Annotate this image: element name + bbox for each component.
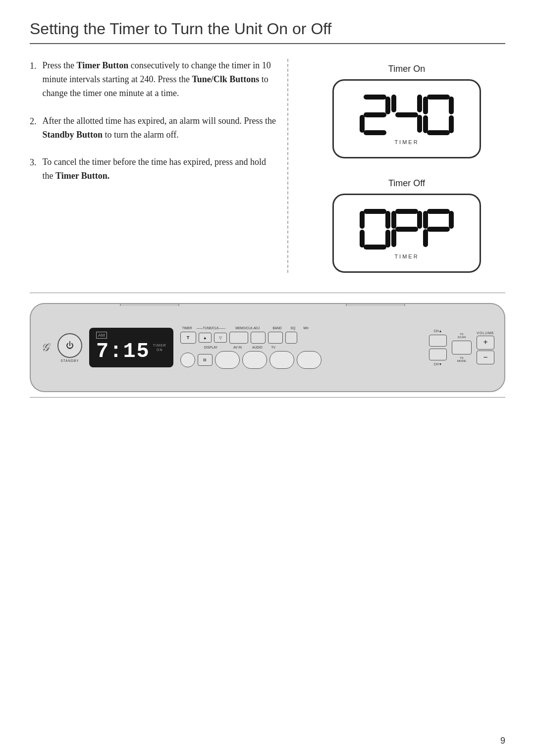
- svg-rect-27: [423, 211, 428, 229]
- device-bump-right: [346, 303, 405, 306]
- instruction-text-1: Press the Timer Button consecutively to …: [43, 59, 278, 101]
- volume-up-btn[interactable]: +: [477, 336, 494, 350]
- brand-logo-icon: 𝒢: [41, 341, 49, 353]
- letter-o-icon: [360, 207, 390, 252]
- timer-on-sub-label: TIMER: [394, 139, 419, 145]
- svg-rect-11: [449, 97, 454, 114]
- instruction-item-3: 3. To cancel the timer before the time h…: [30, 155, 277, 183]
- timer-on-label: Timer On: [388, 64, 425, 74]
- instruction-num-3: 3.: [30, 155, 37, 183]
- band-btn[interactable]: [251, 332, 266, 344]
- standby-label: STANDBY: [60, 359, 79, 362]
- svg-rect-20: [364, 245, 386, 250]
- instruction-text-3: To cancel the timer before the time has …: [43, 155, 278, 183]
- svg-rect-26: [427, 209, 450, 214]
- standby-button[interactable]: ⏻: [57, 333, 82, 358]
- mh-btn[interactable]: [285, 332, 297, 344]
- extra-btn-1[interactable]: [297, 351, 321, 369]
- eq-label: EQ: [287, 326, 299, 330]
- svg-rect-6: [395, 112, 418, 117]
- svg-rect-28: [449, 211, 454, 229]
- svg-rect-3: [360, 115, 365, 133]
- timer-btn[interactable]: T: [180, 332, 196, 344]
- ch-up-btn[interactable]: [429, 335, 447, 347]
- tune-up-btn[interactable]: ▲: [199, 333, 212, 343]
- svg-rect-10: [423, 97, 428, 114]
- instruction-num-2: 2.: [30, 114, 37, 142]
- tune-clk-label: ——TUNE/CLK——: [196, 326, 226, 330]
- ch-up-label: CH▲: [433, 329, 442, 333]
- letter-f1-icon: [391, 207, 422, 252]
- svg-rect-0: [364, 95, 386, 100]
- memo-clk-label: MEMO/CLK.ADJ: [228, 326, 268, 330]
- digit-2-icon: [360, 93, 390, 137]
- tune-down-btn[interactable]: ▽: [214, 333, 227, 343]
- eq-btn[interactable]: [268, 332, 283, 344]
- clock-time: 7:15: [96, 340, 150, 363]
- scan-mode-controls: TVSCAN TVMODE: [452, 333, 472, 362]
- band-label: BAND: [269, 326, 285, 330]
- main-content: 1. Press the Timer Button consecutively …: [30, 59, 505, 273]
- clock-display: AM 7:15 TIMERON: [89, 328, 173, 367]
- instruction-item-2: 2. After the allotted time has expired, …: [30, 114, 277, 142]
- svg-rect-24: [395, 227, 418, 232]
- scan-btn[interactable]: [452, 341, 472, 354]
- mode-label: TVMODE: [457, 356, 466, 362]
- btn-sub-labels: DISPLAY AV IN AUDIO TV: [180, 346, 321, 349]
- svg-rect-7: [417, 95, 422, 112]
- avin-btn[interactable]: [215, 351, 240, 369]
- svg-rect-5: [391, 95, 396, 112]
- svg-rect-19: [385, 230, 390, 248]
- svg-rect-22: [391, 211, 396, 229]
- audio-btn[interactable]: [242, 351, 267, 369]
- svg-rect-21: [395, 209, 418, 214]
- svg-rect-2: [364, 112, 386, 117]
- svg-rect-8: [417, 115, 422, 133]
- timer-on-lcd-box: TIMER: [332, 79, 481, 158]
- letter-f2-icon: [423, 207, 454, 252]
- round-btn-1[interactable]: [180, 353, 195, 367]
- timer-off-group: Timer Off: [332, 178, 481, 273]
- btn-top-labels: TIMER ——TUNE/CLK—— MEMO/CLK.ADJ BAND EQ …: [180, 326, 321, 330]
- ch-down-label: CH▼: [433, 362, 442, 366]
- svg-rect-13: [449, 115, 454, 133]
- volume-down-btn[interactable]: −: [477, 351, 494, 364]
- scan-label: TVSCAN: [458, 333, 466, 339]
- svg-rect-17: [385, 211, 390, 229]
- device-inner: 𝒢 ⏻ STANDBY AM 7:15 TIMERON: [31, 304, 504, 391]
- volume-controls: VOLUME + −: [477, 331, 494, 364]
- tv-btn[interactable]: [269, 351, 294, 369]
- ch-down-btn[interactable]: [429, 349, 447, 360]
- timer-on-device-label: TIMERON: [153, 343, 166, 352]
- timer-off-sub-label: TIMER: [394, 253, 419, 259]
- instruction-text-2: After the allotted time has expired, an …: [43, 114, 278, 142]
- svg-rect-16: [360, 211, 365, 229]
- volume-label: VOLUME: [477, 331, 494, 335]
- timer-on-display: [360, 93, 454, 137]
- timer-on-group: Timer On: [332, 64, 481, 158]
- btn-row-2: ▤: [180, 351, 321, 369]
- ch-controls: CH▲ CH▼: [429, 329, 447, 366]
- svg-rect-14: [427, 130, 450, 135]
- timer-off-label: Timer Off: [388, 178, 425, 189]
- memo-btn[interactable]: [229, 332, 248, 344]
- digit-0-icon: [423, 93, 454, 137]
- svg-rect-30: [423, 229, 428, 247]
- svg-rect-18: [360, 230, 365, 248]
- btn-row-1: T ▲ ▽: [180, 332, 321, 344]
- timer-off-display: [360, 207, 454, 252]
- instructions-column: 1. Press the Timer Button consecutively …: [30, 59, 287, 273]
- right-controls: CH▲ CH▼ TVSCAN TVMODE VOLUME + −: [429, 329, 494, 366]
- am-badge: AM: [96, 332, 107, 339]
- svg-rect-23: [417, 211, 422, 229]
- svg-rect-29: [427, 227, 450, 232]
- device-image: 𝒢 ⏻ STANDBY AM 7:15 TIMERON: [30, 303, 505, 392]
- page-container: Setting the Timer to Turn the Unit On or…: [0, 0, 535, 756]
- diagrams-column: Timer On: [287, 59, 505, 273]
- brand-logo-area: 𝒢: [41, 341, 49, 354]
- page-number: 9: [500, 736, 505, 746]
- device-section: 𝒢 ⏻ STANDBY AM 7:15 TIMERON: [30, 293, 505, 398]
- display-btn[interactable]: ▤: [198, 354, 213, 366]
- mid-controls: TIMER ——TUNE/CLK—— MEMO/CLK.ADJ BAND EQ …: [180, 326, 321, 369]
- device-bump-left: [120, 303, 179, 306]
